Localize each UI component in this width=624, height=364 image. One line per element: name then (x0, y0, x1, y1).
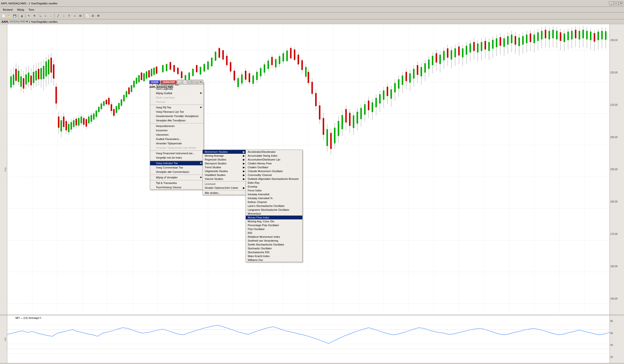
svg-rect-147 (153, 68, 155, 75)
toolbar-indicator[interactable]: 📈 (85, 13, 90, 19)
svg-rect-335 (507, 36, 508, 45)
sub2-snelheid[interactable]: Snelheid van Verandering (246, 239, 302, 243)
buy-button[interactable]: KOOP (149, 80, 160, 84)
sub2-percentage[interactable]: Percentage Prijs Oscillator (246, 223, 302, 227)
ctx-grafiek-params[interactable]: Grafiek Parameters... (150, 137, 204, 141)
sub2-relatieve[interactable]: Relatieve Momentum Index (246, 235, 302, 239)
sub2-chande[interactable]: Chande Momentum Oscillator (246, 169, 302, 173)
close-button[interactable]: ✕ (619, 1, 623, 5)
sub2-chaikin-money[interactable]: Chaikin Money Flow (246, 161, 302, 165)
toolbar-compare[interactable]: ⚖ (90, 13, 96, 19)
menu-bestand[interactable]: Bestand (1, 8, 15, 12)
buysell-icon-5[interactable]: ✎ (198, 80, 203, 85)
sub2-elder[interactable]: Elder-Ray (246, 181, 302, 185)
sub1-alle[interactable]: Alle studies... (203, 191, 246, 195)
sub1-trend[interactable]: Trend Studies (203, 165, 246, 169)
svg-rect-115 (113, 109, 115, 116)
sub2-momentum[interactable]: Momentum (246, 212, 302, 216)
ctx-tijd-transacties[interactable]: Tijd & Transacties (150, 181, 204, 185)
toolbar-zoom[interactable]: 🔍 (37, 13, 43, 19)
sub2-stochastic-osc[interactable]: Stochastic Oscillator (246, 247, 302, 250)
sub2-stochastische-rsi[interactable]: Stochastische RSI (246, 250, 302, 254)
sub2-accelerator[interactable]: Accelerator/Decelerator (246, 150, 302, 154)
sell-button[interactable]: VERKOOP (161, 80, 177, 84)
sub2-accumuleer[interactable]: Accumuleer/Distribueer Lijn (246, 158, 302, 161)
toolbar-channel[interactable]: ⊟ (78, 13, 83, 19)
ctx-voeg-financieel[interactable]: Voeg Financieel Instrument toe... (150, 151, 204, 156)
sub2-money-flow[interactable]: Money Flow Index (246, 216, 302, 219)
svg-rect-239 (327, 129, 328, 146)
ctx-verwijder-alle[interactable]: Verwijder Alle Trendlijnen (150, 118, 204, 123)
sub2-ware-kracht[interactable]: Ware Kracht Index (246, 254, 302, 258)
ctx-voeg-indicator[interactable]: Voeg Indicator Toe (150, 161, 204, 165)
sub2-force[interactable]: Force Index (246, 188, 302, 192)
menu-wijzig[interactable]: Wijzig (15, 8, 26, 12)
menu-toon[interactable]: Toon (26, 8, 36, 12)
ctx-toon-volume[interactable]: Toon/Verberg Volume (150, 185, 204, 189)
toolbar-arrow[interactable]: → (61, 13, 66, 19)
ctx-wijzig-grafiek[interactable]: Wijzig Grafiek (150, 91, 204, 95)
ctx-verwijder-trendlijn[interactable]: Geselecteerde Trendlijn Verwijderen (150, 114, 204, 118)
sub1-uitgebreide[interactable]: Uitgebreide Studies (203, 169, 246, 173)
svg-rect-165 (188, 73, 190, 80)
indicator-area[interactable]: MFI — (14) Vertraagd © (7, 315, 609, 363)
buysell-icon-1[interactable]: 📊 (177, 80, 182, 85)
sub2-lanes[interactable]: Lane's Stochastische Oscillator (246, 204, 302, 208)
toolbar-cursor[interactable]: ↖ (26, 13, 31, 19)
sub2-envelop[interactable]: Envelop (246, 185, 302, 188)
sub2-rsi[interactable]: RSI (246, 231, 302, 235)
chart-area[interactable] (7, 24, 609, 315)
sub2-intraday[interactable]: Intraday Intensiteit (246, 192, 302, 196)
svg-rect-137 (141, 73, 142, 80)
sub2-snelle[interactable]: Snelle Stochastische Oscillator (246, 243, 302, 247)
ctx-voeg-commentaar[interactable]: Voeg Commentaar Toe (150, 165, 204, 170)
toolbar-save[interactable]: 💾 (12, 13, 17, 19)
buysell-icon-3[interactable]: 🔄 (188, 80, 193, 85)
sub1-volatiliteit[interactable]: Volatiliteit Studies (203, 173, 246, 177)
submenu2: Accelerator/Decelerator Accumulatie Swin… (246, 150, 303, 262)
ctx-verander-tijd[interactable]: Verander Tijdsperiode (150, 141, 204, 146)
svg-rect-97 (91, 115, 92, 122)
ctx-voeg-pijl[interactable]: Voeg Pijl Toe (150, 105, 204, 110)
sub2-prijs-osc[interactable]: Prijs Oscillator (246, 227, 302, 231)
sub1-moving-avg[interactable]: Moving Average (203, 154, 246, 158)
maximize-button[interactable]: □ (614, 1, 618, 5)
sub2-keltner[interactable]: Keltner Channel (246, 200, 302, 204)
toolbar-zoom-out[interactable]: - (48, 13, 54, 19)
toolbar-open[interactable]: 📂 (6, 13, 12, 19)
sub1-regressie[interactable]: Regressie Studies (203, 158, 246, 161)
titlebar-controls: _ □ ✕ (609, 1, 623, 5)
ctx-herpositioneren[interactable]: Herpositioneren (150, 124, 204, 128)
sub1-steunpunt[interactable]: Steunpunt Studies (203, 161, 246, 165)
toolbar-new[interactable]: 📄 (1, 13, 6, 19)
ctx-sep5 (150, 175, 204, 175)
toolbar-crosshair[interactable]: ✛ (32, 13, 37, 19)
sub2-langzame[interactable]: Langzame Stochastische Oscillator (246, 208, 302, 212)
sub1-volume[interactable]: Volume Studies (203, 177, 246, 181)
ctx-fibonacci[interactable]: Voeg Fibonacci Lijn Toe (150, 110, 204, 114)
toolbar-text[interactable]: T (66, 13, 72, 19)
toolbar-print[interactable]: 🖨 (19, 13, 25, 19)
sub2-intraday-pct[interactable]: Intraday Intensiteit % (246, 196, 302, 200)
sub1-simpler[interactable]: Simpler Options/John Carter (203, 186, 246, 190)
sub2-williams[interactable]: Williams Osc (246, 258, 302, 262)
sub2-moving-conv[interactable]: Moving Avg. Conv. Div. (246, 219, 302, 223)
sub2-commodity[interactable]: Commodity Channel (246, 173, 302, 177)
sub2-chaikin-osc[interactable]: Chaikin Oscillator (246, 165, 302, 169)
ctx-inzoomen[interactable]: Inzoomen (150, 128, 204, 133)
buysell-icon-2[interactable]: 📈 (182, 80, 187, 85)
sub2-accumulatie[interactable]: Accumulatie Swing Index (246, 154, 302, 158)
ctx-uitzoomen[interactable]: Uitzoomen (150, 133, 204, 137)
buysell-icon-4[interactable]: 🔍 (193, 80, 198, 85)
ctx-wijzig-verwijder[interactable]: Wijzig of Verwijder (150, 175, 204, 180)
toolbar-zoom-in[interactable]: + (43, 13, 48, 19)
sub1-momentum[interactable]: Momentum Studies (203, 150, 246, 154)
minimize-button[interactable]: _ (609, 1, 613, 5)
svg-rect-289 (420, 67, 422, 76)
sub2-dubbele[interactable]: Dubbele Afgevlakte Stochastische Bresser… (246, 177, 302, 181)
toolbar-settings[interactable]: ⚙ (96, 13, 101, 19)
toolbar-line[interactable]: ╱ (55, 13, 61, 19)
ctx-vergelijk-index[interactable]: Vergelijk met de Index (150, 156, 204, 160)
ctx-verwijder-commentaren[interactable]: Verwijder alle Commentaren (150, 170, 204, 174)
toolbar-fib[interactable]: ≈ (72, 13, 77, 19)
